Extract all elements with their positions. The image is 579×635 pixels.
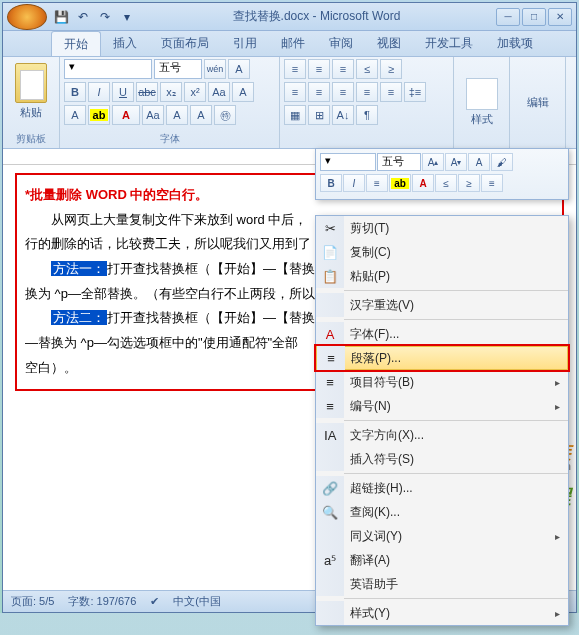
distribute-button[interactable]: ≡ — [380, 82, 402, 102]
mini-font-size[interactable]: 五号 — [377, 153, 421, 171]
menu-text-direction[interactable]: ⅠA文字方向(X)... — [316, 423, 568, 447]
menu-synonyms[interactable]: 同义词(Y)▸ — [316, 524, 568, 548]
decrease-indent-button[interactable]: ≤ — [356, 59, 378, 79]
shading-button[interactable]: ▦ — [284, 105, 306, 125]
tab-developer[interactable]: 开发工具 — [413, 31, 485, 56]
grow-font-icon[interactable]: A — [228, 59, 250, 79]
char-border-button[interactable]: A — [166, 105, 188, 125]
menu-paste[interactable]: 📋粘贴(P) — [316, 264, 568, 288]
mini-decrease-indent[interactable]: ≤ — [435, 174, 457, 192]
text-effect-button[interactable]: A — [64, 105, 86, 125]
font-group-label: 字体 — [64, 130, 275, 146]
qat-dropdown-icon[interactable]: ▾ — [117, 7, 137, 27]
multilevel-button[interactable]: ≡ — [332, 59, 354, 79]
char-shading-button[interactable]: Aa — [142, 105, 164, 125]
menu-cut[interactable]: ✂剪切(T) — [316, 216, 568, 240]
numbering-button[interactable]: ≡ — [308, 59, 330, 79]
justify-button[interactable]: ≡ — [356, 82, 378, 102]
menu-copy[interactable]: 📄复制(C) — [316, 240, 568, 264]
spell-check-icon[interactable]: ✔ — [150, 595, 159, 608]
font-group: ▾ 五号 wén A B I U abc x₂ x² Aa A A ab A A… — [60, 57, 280, 148]
titlebar: 💾 ↶ ↷ ▾ 查找替换.docx - Microsoft Word ─ □ ✕ — [3, 3, 576, 31]
menu-numbering[interactable]: ≡编号(N)▸ — [316, 394, 568, 418]
styles-icon[interactable] — [466, 78, 498, 110]
word-count[interactable]: 字数: 197/676 — [68, 594, 136, 609]
align-left-button[interactable]: ≡ — [284, 82, 306, 102]
change-case-button[interactable]: Aa — [208, 82, 230, 102]
menu-hanzi-reselect[interactable]: 汉字重选(V) — [316, 293, 568, 317]
language-indicator[interactable]: 中文(中国 — [173, 594, 221, 609]
tab-home[interactable]: 开始 — [51, 31, 101, 56]
page-indicator[interactable]: 页面: 5/5 — [11, 594, 54, 609]
align-right-button[interactable]: ≡ — [332, 82, 354, 102]
mini-change-case[interactable]: A — [468, 153, 490, 171]
quick-access-toolbar: 💾 ↶ ↷ ▾ — [51, 7, 137, 27]
show-marks-button[interactable]: ¶ — [356, 105, 378, 125]
increase-indent-button[interactable]: ≥ — [380, 59, 402, 79]
numbering-icon: ≡ — [316, 394, 344, 418]
paragraph-group: ≡ ≡ ≡ ≤ ≥ ≡ ≡ ≡ ≡ ≡ ‡≡ ▦ ⊞ A↓ ¶ — [280, 57, 454, 148]
tab-mailings[interactable]: 邮件 — [269, 31, 317, 56]
mini-increase-indent[interactable]: ≥ — [458, 174, 480, 192]
char-scale-button[interactable]: A — [190, 105, 212, 125]
align-center-button[interactable]: ≡ — [308, 82, 330, 102]
tab-review[interactable]: 审阅 — [317, 31, 365, 56]
mini-font-name[interactable]: ▾ — [320, 153, 376, 171]
mini-format-painter-icon[interactable]: 🖌 — [491, 153, 513, 171]
bullets-button[interactable]: ≡ — [284, 59, 306, 79]
paste-icon: 📋 — [316, 264, 344, 288]
menu-paragraph[interactable]: ≡段落(P)... — [316, 346, 568, 370]
strikethrough-button[interactable]: abc — [136, 82, 158, 102]
menu-styles[interactable]: 样式(Y)▸ — [316, 601, 568, 625]
borders-button[interactable]: ⊞ — [308, 105, 330, 125]
tab-layout[interactable]: 页面布局 — [149, 31, 221, 56]
mini-italic[interactable]: I — [343, 174, 365, 192]
bold-button[interactable]: B — [64, 82, 86, 102]
clear-format-button[interactable]: A — [232, 82, 254, 102]
menu-font[interactable]: A字体(F)... — [316, 322, 568, 346]
menu-hyperlink[interactable]: 🔗超链接(H)... — [316, 476, 568, 500]
mini-center[interactable]: ≡ — [366, 174, 388, 192]
enclose-char-button[interactable]: ㊕ — [214, 105, 236, 125]
tab-view[interactable]: 视图 — [365, 31, 413, 56]
maximize-button[interactable]: □ — [522, 8, 546, 26]
mini-font-color[interactable]: A — [412, 174, 434, 192]
tab-references[interactable]: 引用 — [221, 31, 269, 56]
underline-button[interactable]: U — [112, 82, 134, 102]
phonetic-guide-icon[interactable]: wén — [204, 59, 226, 79]
redo-icon[interactable]: ↷ — [95, 7, 115, 27]
menu-lookup[interactable]: 🔍查阅(K)... — [316, 500, 568, 524]
tab-insert[interactable]: 插入 — [101, 31, 149, 56]
menu-bullets[interactable]: ≡项目符号(B)▸ — [316, 370, 568, 394]
italic-button[interactable]: I — [88, 82, 110, 102]
save-icon[interactable]: 💾 — [51, 7, 71, 27]
menu-insert-symbol[interactable]: 插入符号(S) — [316, 447, 568, 471]
mini-shrink-font[interactable]: A▾ — [445, 153, 467, 171]
editing-label[interactable]: 编辑 — [527, 95, 549, 110]
close-button[interactable]: ✕ — [548, 8, 572, 26]
menu-translate[interactable]: a⁵翻译(A) — [316, 548, 568, 572]
mini-bold[interactable]: B — [320, 174, 342, 192]
ribbon-tabs: 开始 插入 页面布局 引用 邮件 审阅 视图 开发工具 加载项 — [3, 31, 576, 57]
paste-label[interactable]: 粘贴 — [20, 105, 42, 120]
font-size-select[interactable]: 五号 — [154, 59, 202, 79]
office-button[interactable] — [7, 4, 47, 30]
sort-button[interactable]: A↓ — [332, 105, 354, 125]
font-name-select[interactable]: ▾ — [64, 59, 152, 79]
minimize-button[interactable]: ─ — [496, 8, 520, 26]
mini-bullets[interactable]: ≡ — [481, 174, 503, 192]
superscript-button[interactable]: x² — [184, 82, 206, 102]
mini-grow-font[interactable]: A▴ — [422, 153, 444, 171]
styles-label[interactable]: 样式 — [471, 112, 493, 127]
subscript-button[interactable]: x₂ — [160, 82, 182, 102]
undo-icon[interactable]: ↶ — [73, 7, 93, 27]
mini-highlight[interactable]: ab — [389, 174, 411, 192]
font-color-button[interactable]: A — [112, 105, 140, 125]
menu-english-assistant[interactable]: 英语助手 — [316, 572, 568, 596]
tab-addins[interactable]: 加载项 — [485, 31, 545, 56]
highlight-button[interactable]: ab — [88, 105, 110, 125]
submenu-arrow-icon: ▸ — [555, 377, 560, 388]
line-spacing-button[interactable]: ‡≡ — [404, 82, 426, 102]
paste-icon[interactable] — [15, 63, 47, 103]
mini-toolbar: ▾ 五号 A▴ A▾ A 🖌 B I ≡ ab A ≤ ≥ ≡ — [315, 148, 569, 200]
